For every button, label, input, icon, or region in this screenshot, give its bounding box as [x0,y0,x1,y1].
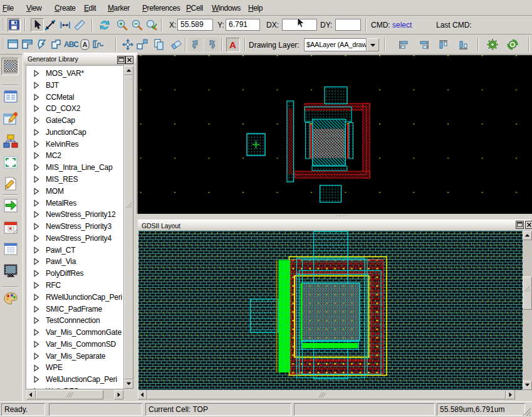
svg-text:A: A [83,41,88,48]
